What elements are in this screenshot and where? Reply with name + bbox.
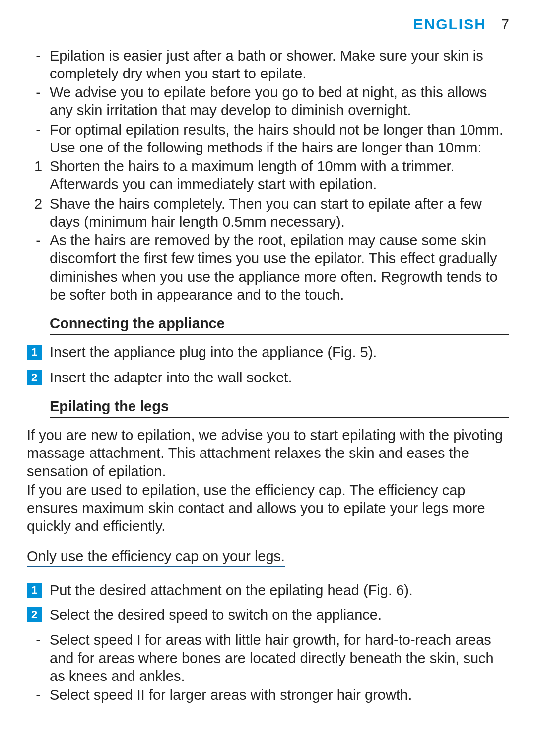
step-number-badge: 2 (27, 607, 42, 622)
step: 1 Insert the appliance plug into the app… (27, 343, 509, 361)
list-item: - We advise you to epilate before you go… (27, 83, 509, 120)
bullet-dash: - (27, 686, 50, 704)
list-item-text: For optimal epilation results, the hairs… (50, 121, 509, 157)
step-text: Select the desired speed to switch on th… (50, 606, 509, 624)
bullet-dash: - (27, 631, 50, 649)
list-item: - As the hairs are removed by the root, … (27, 231, 509, 303)
list-item: - Epilation is easier just after a bath … (27, 47, 509, 83)
intro-list: - Epilation is easier just after a bath … (27, 47, 509, 304)
bullet-dash: - (27, 121, 50, 139)
step: 1 Put the desired attachment on the epil… (27, 581, 509, 599)
step: 2 Select the desired speed to switch on … (27, 606, 509, 624)
list-item-text: Select speed II for larger areas with st… (50, 686, 509, 704)
list-item-text: Shave the hairs completely. Then you can… (50, 195, 509, 231)
note-underlined: Only use the efficiency cap on your legs… (27, 547, 285, 567)
paragraph: If you are new to epilation, we advise y… (27, 426, 509, 480)
step-text: Put the desired attachment on the epilat… (50, 581, 509, 599)
list-number: 2 (27, 195, 50, 213)
page-number: 7 (501, 15, 509, 33)
list-item-text: Select speed I for areas with little hai… (50, 631, 509, 685)
step-number-badge: 1 (27, 583, 42, 598)
step-text: Insert the adapter into the wall socket. (50, 369, 509, 386)
list-item: - For optimal epilation results, the hai… (27, 121, 509, 157)
list-item-text: We advise you to epilate before you go t… (50, 83, 509, 120)
list-number: 1 (27, 157, 50, 175)
paragraph: If you are used to epilation, use the ef… (27, 481, 509, 535)
sub-list: - Select speed I for areas with little h… (27, 631, 509, 704)
step-number-badge: 1 (27, 345, 42, 360)
language-label: ENGLISH (413, 15, 486, 34)
bullet-dash: - (27, 47, 50, 65)
section-title-epilating: Epilating the legs (50, 397, 509, 418)
list-item-text: Shorten the hairs to a maximum length of… (50, 157, 509, 194)
list-item: 1 Shorten the hairs to a maximum length … (27, 157, 509, 194)
list-item: - Select speed II for larger areas with … (27, 686, 509, 704)
manual-page: ENGLISH 7 - Epilation is easier just aft… (0, 0, 536, 756)
step-number-badge: 2 (27, 370, 42, 385)
section-title-connecting: Connecting the appliance (50, 314, 509, 335)
step: 2 Insert the adapter into the wall socke… (27, 369, 509, 386)
bullet-dash: - (27, 83, 50, 101)
bullet-dash: - (27, 231, 50, 249)
step-text: Insert the appliance plug into the appli… (50, 343, 509, 361)
list-item-text: As the hairs are removed by the root, ep… (50, 231, 509, 303)
list-item: - Select speed I for areas with little h… (27, 631, 509, 685)
page-header: ENGLISH 7 (27, 15, 509, 34)
list-item: 2 Shave the hairs completely. Then you c… (27, 195, 509, 231)
list-item-text: Epilation is easier just after a bath or… (50, 47, 509, 83)
